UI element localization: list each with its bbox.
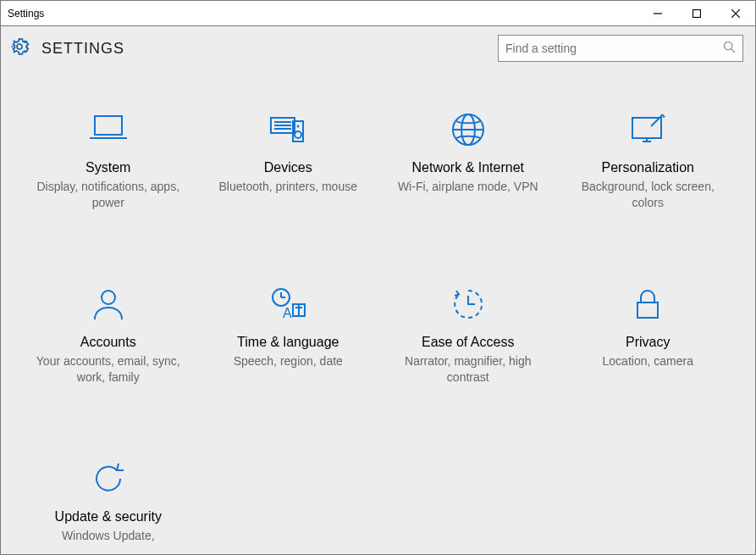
header-row: SETTINGS	[1, 26, 755, 79]
tile-description: Narrator, magnifier, high contrast	[388, 353, 549, 386]
tile-description: Bluetooth, printers, mouse	[207, 179, 368, 195]
update-icon	[28, 453, 189, 497]
scroll-area[interactable]: SystemDisplay, notifications, apps, powe…	[1, 79, 755, 554]
page-title: SETTINGS	[41, 40, 124, 58]
search-box[interactable]	[498, 35, 743, 62]
timelang-icon	[207, 279, 368, 323]
svg-point-5	[724, 42, 731, 49]
tile-description: Wi-Fi, airplane mode, VPN	[388, 179, 549, 195]
accounts-icon	[28, 279, 189, 323]
ease-of-access-tile[interactable]: Ease of AccessNarrator, magnifier, high …	[388, 279, 549, 386]
tile-description: Speech, region, date	[207, 353, 368, 369]
svg-rect-1	[693, 9, 701, 17]
tiles-grid: SystemDisplay, notifications, apps, powe…	[23, 104, 734, 554]
window-title: Settings	[8, 8, 44, 19]
network-internet-tile[interactable]: Network & InternetWi-Fi, airplane mode, …	[388, 104, 549, 211]
system-tile[interactable]: SystemDisplay, notifications, apps, powe…	[28, 104, 189, 211]
client-area: SETTINGS SystemDisplay, notifications, a…	[0, 25, 756, 555]
devices-tile[interactable]: DevicesBluetooth, printers, mouse	[207, 104, 368, 211]
time-language-tile[interactable]: Time & languageSpeech, region, date	[207, 279, 368, 386]
search-input[interactable]	[505, 42, 723, 55]
accounts-tile[interactable]: AccountsYour accounts, email, sync, work…	[28, 279, 189, 386]
update-security-tile[interactable]: Update & securityWindows Update,	[28, 453, 189, 544]
tile-title: Devices	[207, 160, 368, 175]
minimize-button[interactable]	[638, 1, 677, 25]
tile-description: Your accounts, email, sync, work, family	[28, 353, 189, 386]
close-button[interactable]	[716, 1, 755, 25]
personal-icon	[567, 104, 728, 148]
privacy-tile[interactable]: PrivacyLocation, camera	[567, 279, 728, 386]
tile-description: Display, notifications, apps, power	[28, 179, 189, 211]
ease-icon	[388, 279, 549, 323]
tile-title: Time & language	[207, 335, 368, 350]
tile-title: System	[28, 160, 189, 175]
tile-title: Personalization	[567, 160, 728, 175]
tile-description: Location, camera	[567, 353, 728, 369]
tile-title: Network & Internet	[388, 160, 549, 175]
tile-title: Privacy	[567, 335, 728, 350]
tile-title: Ease of Access	[388, 335, 549, 350]
window-controls	[638, 1, 755, 25]
search-icon	[723, 41, 736, 57]
svg-line-6	[731, 48, 736, 53]
tile-title: Accounts	[28, 335, 189, 350]
title-bar: Settings	[0, 0, 756, 25]
tile-description: Background, lock screen, colors	[567, 179, 728, 211]
system-icon	[28, 104, 189, 148]
network-icon	[388, 104, 549, 148]
svg-point-4	[17, 44, 22, 49]
maximize-button[interactable]	[677, 1, 716, 25]
tile-description: Windows Update,	[28, 528, 189, 544]
devices-icon	[207, 104, 368, 148]
gear-icon	[9, 36, 30, 60]
tile-title: Update & security	[28, 509, 189, 524]
privacy-icon	[567, 279, 728, 323]
personalization-tile[interactable]: PersonalizationBackground, lock screen, …	[567, 104, 728, 211]
